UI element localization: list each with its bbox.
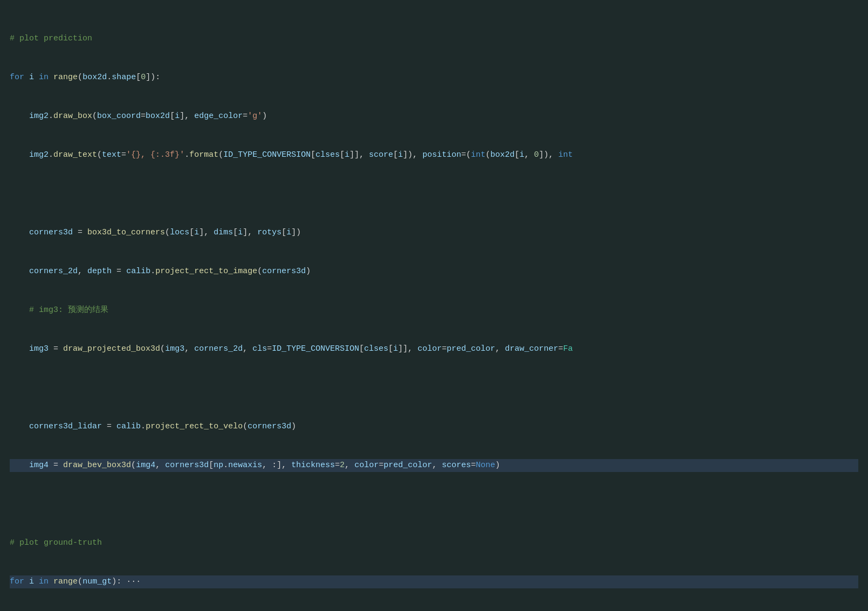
code-line-2: for i in range(box2d.shape[0]):	[10, 71, 858, 84]
code-line-12: img4 = draw_bev_box3d(img4, corners3d[np…	[10, 459, 858, 472]
code-editor: # plot prediction for i in range(box2d.s…	[0, 0, 868, 611]
code-line-15: for i in range(num_gt): ···	[10, 575, 858, 588]
code-line-14: # plot ground-truth	[10, 537, 858, 550]
code-line-11: corners3d_lidar = calib.project_rect_to_…	[10, 420, 858, 433]
code-line-13	[10, 498, 858, 511]
code-line-8: # img3: 预测的结果	[10, 304, 858, 317]
code-line-9: img3 = draw_projected_box3d(img3, corner…	[10, 343, 858, 356]
code-content: # plot prediction for i in range(box2d.s…	[0, 0, 868, 611]
code-line-3: img2.draw_box(box_coord=box2d[i], edge_c…	[10, 110, 858, 123]
code-line-7: corners_2d, depth = calib.project_rect_t…	[10, 265, 858, 278]
code-line-5	[10, 188, 858, 200]
code-line-6: corners3d = box3d_to_corners(locs[i], di…	[10, 226, 858, 239]
code-line-10	[10, 381, 858, 394]
code-line-1: # plot prediction	[10, 32, 858, 45]
code-line-4: img2.draw_text(text='{}, {:.3f}'.format(…	[10, 149, 858, 162]
